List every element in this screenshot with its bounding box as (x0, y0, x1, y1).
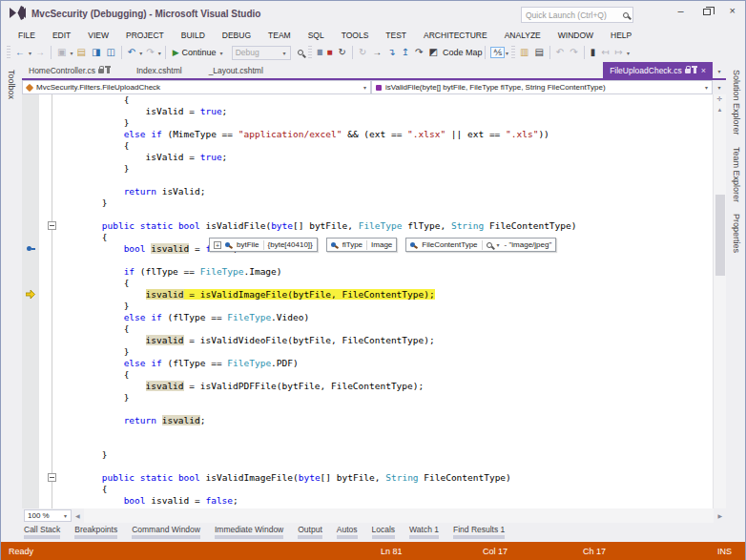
menu-item[interactable]: PROJECT (117, 31, 173, 40)
team-explorer-tab[interactable]: Team Explorer (730, 143, 743, 206)
code-line[interactable]: } (58, 163, 713, 175)
menu-item[interactable]: TEAM (259, 31, 300, 40)
visualizer-caret-icon[interactable]: ▾ (496, 241, 501, 248)
menu-item[interactable]: BUILD (173, 31, 214, 40)
code-line[interactable]: public static bool isValidFile(byte[] by… (58, 220, 713, 232)
menu-item[interactable]: DEBUG (214, 31, 259, 40)
code-line[interactable]: { (58, 278, 713, 289)
step-out-icon[interactable]: ↥ (399, 44, 412, 61)
member-dropdown[interactable]: isValidFile(byte[] bytFile, FileType flT… (371, 80, 713, 94)
tab-index[interactable]: Index.cshtml (130, 62, 189, 78)
scroll-up-icon[interactable]: ▲ (714, 104, 726, 115)
intellitrace-caret-icon[interactable]: ▾ (505, 50, 509, 56)
code-line[interactable]: } (58, 197, 713, 209)
code-line[interactable]: isvalid = isValidPDFFile(bytFile, FileCo… (58, 381, 713, 392)
code-line[interactable] (58, 438, 713, 449)
menu-item[interactable]: ARCHITECTURE (415, 31, 496, 40)
code-line[interactable] (58, 404, 713, 415)
code-line[interactable]: } (58, 449, 713, 461)
collapse-region-icon[interactable] (48, 221, 56, 230)
vertical-scrollbar-thumb[interactable] (715, 195, 725, 276)
menu-item[interactable]: SQL (300, 31, 333, 40)
code-line[interactable]: else if (flType == FileType.PDF) (58, 358, 713, 369)
code-line[interactable]: isValid = true; (58, 152, 713, 163)
save-icon[interactable]: ◨ (89, 44, 103, 61)
solution-explorer-tab[interactable]: Solution Explorer (730, 66, 743, 139)
code-line[interactable] (58, 426, 713, 438)
tool-window-tab[interactable]: Breakpoints (74, 525, 117, 537)
tool-window-tab[interactable]: Call Stack (24, 525, 60, 537)
tab-layout[interactable]: _Layout.cshtml (202, 62, 270, 78)
menu-item[interactable]: ANALYZE (496, 31, 549, 40)
code-line[interactable]: } (58, 301, 713, 312)
stop-debugging-icon[interactable]: ■ (323, 44, 335, 61)
code-line[interactable]: if (flType == FileType.Image) (58, 266, 713, 278)
restore-button[interactable] (703, 9, 711, 15)
step-over-icon[interactable]: ↷ (412, 44, 425, 61)
code-line[interactable] (58, 209, 713, 220)
zoom-dropdown[interactable]: 100 % ▾ (24, 509, 72, 522)
datatip-filecontenttype[interactable]: FileContentType ▾ - "image/jpeg" (405, 238, 556, 252)
code-line[interactable] (58, 175, 713, 186)
minimize-button[interactable]: – (677, 5, 683, 16)
code-line[interactable]: isvalid = isValidVideoFile(bytFile, File… (58, 335, 713, 346)
code-line[interactable] (58, 255, 713, 266)
datatip-pin-icon[interactable] (410, 241, 418, 249)
code-map-label[interactable]: Code Map (441, 48, 483, 57)
tab-fileuploadcheck[interactable]: FileUploadCheck.cs × (603, 62, 713, 78)
tab-homecontroller[interactable]: HomeController.cs (22, 62, 116, 78)
break-all-icon[interactable]: ▮▮ (314, 44, 324, 61)
menu-item[interactable]: HELP (602, 31, 640, 40)
navigate-backward-icon[interactable]: ← (12, 44, 28, 61)
code-line[interactable]: return isvalid; (58, 415, 713, 426)
pin-icon[interactable] (694, 68, 696, 73)
tool-window-tab[interactable]: Autos (337, 525, 358, 537)
tool-window-tab[interactable]: Command Window (132, 525, 200, 537)
code-line[interactable]: isvalid = isValidImageFile(bytFile, File… (58, 289, 713, 301)
datatip-fltype[interactable]: flType Image (326, 238, 398, 252)
code-line[interactable]: } (58, 117, 713, 129)
datatip-pin-icon[interactable] (331, 241, 339, 249)
tool-window-tab[interactable]: Output (298, 525, 322, 537)
bookmark-icon[interactable]: ▮ (588, 44, 599, 61)
find-icon[interactable] (295, 44, 306, 61)
code-line[interactable]: else if (MimeType == "application/excel"… (58, 129, 713, 140)
pin-icon[interactable] (107, 68, 110, 73)
outline-margin[interactable] (43, 94, 58, 508)
code-line[interactable]: public static bool isValidImageFile(byte… (58, 472, 713, 484)
code-line[interactable]: return isValid; (58, 186, 713, 197)
menu-item[interactable]: TOOLS (333, 31, 378, 40)
code-line[interactable]: { (58, 484, 713, 495)
code-line[interactable]: } (58, 392, 713, 404)
code-line[interactable]: { (58, 94, 713, 106)
code-line[interactable]: { (58, 323, 713, 335)
menu-item[interactable]: TEST (377, 31, 415, 40)
expand-icon[interactable]: + (214, 241, 221, 249)
menu-item[interactable]: WINDOW (549, 31, 602, 40)
open-file-icon[interactable]: ▤ (73, 44, 88, 61)
tab-list-caret-icon[interactable]: ▾ (713, 68, 726, 78)
show-next-statement-icon[interactable]: → (369, 44, 384, 61)
code-line[interactable]: isValid = true; (58, 106, 713, 117)
type-dropdown[interactable]: MvcSecurity.Filters.FileUploadCheck ▾ (22, 80, 371, 94)
splitter-handle[interactable]: ✛ (714, 94, 726, 104)
code-line[interactable]: bool isvalid = false; (58, 495, 713, 507)
vertical-scrollbar[interactable]: ✛ ▲ (713, 94, 726, 508)
toolbox-tab[interactable]: Toolbox (5, 66, 18, 103)
text-visualizer-icon[interactable] (487, 242, 492, 248)
close-tab-icon[interactable]: × (699, 66, 706, 75)
datatip-bytfile[interactable]: + bytFile {byte[40410]} (209, 238, 318, 252)
properties-tab[interactable]: Properties (730, 210, 743, 257)
code-line[interactable]: } (58, 346, 713, 358)
scroll-right-icon[interactable]: ▶ (714, 512, 726, 519)
scroll-left-icon[interactable]: ◀ (72, 512, 84, 519)
intellitrace-toggle-icon[interactable]: ⅍ (490, 47, 505, 58)
save-all-icon[interactable]: ◫ (103, 44, 117, 61)
code-line[interactable]: { (58, 140, 713, 152)
horizontal-scrollbar[interactable] (84, 508, 715, 523)
menu-item[interactable]: EDIT (44, 31, 79, 40)
tool-window-tab[interactable]: Immediate Window (215, 525, 283, 537)
menu-item[interactable]: FILE (10, 31, 44, 40)
continue-button[interactable]: ▶ Continue ▾ (169, 48, 228, 57)
new-folder-icon[interactable]: ▥ (517, 44, 531, 61)
